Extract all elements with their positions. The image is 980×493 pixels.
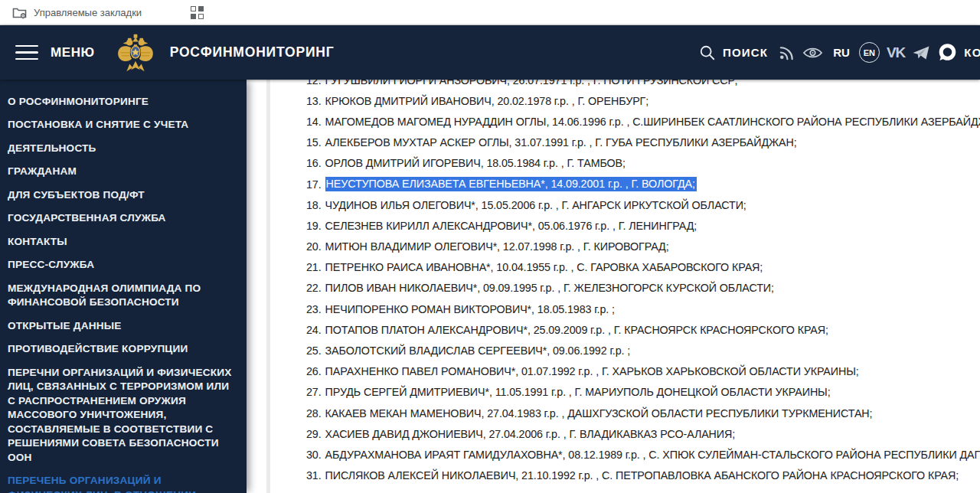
registry-row-number: 15. <box>306 136 322 149</box>
sidebar-item[interactable]: ПРЕСС-СЛУЖБА <box>8 253 236 276</box>
sidebar-item[interactable]: МЕЖДУНАРОДНАЯ ОЛИМПИАДА ПО ФИНАНСОВОЙ БЕ… <box>8 277 236 315</box>
registry-row-number: 30. <box>306 449 322 461</box>
registry-row: 13.КРЮКОВ ДМИТРИЙ ИВАНОВИЧ, 20.02.1978 г… <box>306 90 980 111</box>
registry-row-number: 13. <box>306 95 322 107</box>
registry-row-number: 29. <box>306 428 322 440</box>
registry-row: 21.ПЕТРЕНКО РАИСА ИВАНОВНА*, 10.04.1955 … <box>306 257 980 278</box>
registry-row-number: 20. <box>306 240 322 253</box>
lang-en[interactable]: EN <box>859 42 880 63</box>
registry-row: 18.ЧУДИНОВ ИЛЬЯ ОЛЕГОВИЧ*, 15.05.2006 г.… <box>306 194 980 215</box>
hamburger-menu-icon[interactable] <box>15 45 38 60</box>
registry-row: 28.КАКАЕВ МЕКАН МАМЕНОВИЧ, 27.04.1983 г.… <box>306 403 980 423</box>
sidebar-item-label: ПЕРЕЧНИ ОРГАНИЗАЦИЙ И ФИЗИЧЕСКИХ ЛИЦ, СВ… <box>8 367 232 463</box>
registry-row-number: 16. <box>306 157 322 169</box>
sidebar-item[interactable]: ДЛЯ СУБЪЕКТОВ ПОД/ФТ <box>8 184 236 207</box>
registry-row-number: 12. <box>306 80 322 87</box>
sidebar-item-label: ДЕЯТЕЛЬНОСТЬ <box>8 142 96 154</box>
scrollbar-gutter <box>247 80 276 493</box>
sidebar-item[interactable]: ОТКРЫТЫЕ ДАННЫЕ <box>8 315 236 338</box>
registry-row: 14.МАГОМЕДОВ МАГОМЕД НУРАДДИН ОГЛЫ, 14.0… <box>306 111 980 132</box>
sidebar-item[interactable]: ГОСУДАРСТВЕННАЯ СЛУЖБА <box>8 207 236 230</box>
menu-button[interactable]: МЕНЮ <box>51 45 95 60</box>
search-label[interactable]: ПОИСК <box>723 46 768 59</box>
registry-row-number: 28. <box>306 407 322 420</box>
registry-row-number: 24. <box>306 324 322 336</box>
registry-row-text: КАКАЕВ МЕКАН МАМЕНОВИЧ, 27.04.1983 г.р. … <box>325 407 873 420</box>
site-header: МЕНЮ РОСФИНМОНИТОРИНГ П <box>0 25 980 80</box>
sidebar-item[interactable]: ПРОТИВОДЕЙСТВИЕ КОРРУПЦИИ <box>8 338 236 361</box>
sidebar-item-label: ДЛЯ СУБЪЕКТОВ ПОД/ФТ <box>8 189 145 201</box>
brand-title[interactable]: РОСФИНМОНИТОРИНГ <box>170 44 335 60</box>
registry-row-text: ЧУДИНОВ ИЛЬЯ ОЛЕГОВИЧ*, 15.05.2006 г.р. … <box>325 199 746 211</box>
sidebar-item[interactable]: ПЕРЕЧНИ ОРГАНИЗАЦИЙ И ФИЗИЧЕСКИХ ЛИЦ, СВ… <box>8 361 236 469</box>
registry-row-number: 27. <box>306 386 322 398</box>
bookmarks-apps-icon[interactable] <box>191 6 204 19</box>
registry-row-text: ГУГУШВИЛИ ГИОРГИ АНЗОРОВИЧ, 26.07.1971 г… <box>325 80 738 87</box>
sidebar-item[interactable]: ГРАЖДАНАМ <box>8 160 236 183</box>
registry-row-text: ПРУДЬ СЕРГЕЙ ДМИТРИЕВИЧ*, 11.05.1991 г.р… <box>325 386 831 398</box>
registry-row-text: МИТЮН ВЛАДИМИР ОЛЕГОВИЧ*, 12.07.1998 г.р… <box>325 240 669 253</box>
registry-list-panel: 12.ГУГУШВИЛИ ГИОРГИ АНЗОРОВИЧ, 26.07.197… <box>276 80 980 493</box>
scrollbar-track[interactable] <box>266 80 270 493</box>
registry-row: 26.ПАРАХНЕНКО ПАВЕЛ РОМАНОВИЧ*, 01.07.19… <box>306 361 980 382</box>
registry-row-text: НЕЧИПОРЕНКО РОМАН ВИКТОРОВИЧ*, 18.05.198… <box>325 303 615 315</box>
dzen-bubble-icon[interactable] <box>937 43 957 63</box>
registry-row-number: 14. <box>306 116 322 128</box>
rosfinmonitoring-eagle-logo <box>113 30 158 76</box>
registry-row-text: ЗАБОЛОТСКИЙ ВЛАДИСЛАВ СЕРГЕЕВИЧ*, 09.06.… <box>325 344 631 357</box>
registry-row: 16.ОРЛОВ ДМИТРИЙ ИГОРЕВИЧ, 18.05.1984 г.… <box>306 153 980 174</box>
managed-bookmarks-label: Управляемые закладки <box>34 7 142 18</box>
registry-row-number: 21. <box>306 261 322 273</box>
sidebar-item-label: МЕЖДУНАРОДНАЯ ОЛИМПИАДА ПО ФИНАНСОВОЙ БЕ… <box>8 282 201 308</box>
registry-row: 22.ПИЛОВ ИВАН НИКОЛАЕВИЧ*, 09.09.1995 г.… <box>306 278 980 299</box>
registry-row: 23.НЕЧИПОРЕНКО РОМАН ВИКТОРОВИЧ*, 18.05.… <box>306 299 980 319</box>
sidebar-item-label: ПРОТИВОДЕЙСТВИЕ КОРРУПЦИИ <box>8 343 188 354</box>
registry-row-text: МАГОМЕДОВ МАГОМЕД НУРАДДИН ОГЛЫ, 14.06.1… <box>325 116 980 128</box>
sidebar-item-label: ПОСТАНОВКА И СНЯТИЕ С УЧЕТА <box>8 119 188 130</box>
sidebar-item-label: ОТКРЫТЫЕ ДАННЫЕ <box>8 320 122 331</box>
registry-row-text: АЛЕКБЕРОВ МУХТАР АСКЕР ОГЛЫ, 31.07.1991 … <box>325 136 797 149</box>
sidebar-item-label: КОНТАКТЫ <box>8 236 67 247</box>
registry-row: 12.ГУГУШВИЛИ ГИОРГИ АНЗОРОВИЧ, 26.07.197… <box>306 80 980 90</box>
registry-row-text: ПИЛОВ ИВАН НИКОЛАЕВИЧ*, 09.09.1995 г.р. … <box>325 282 774 294</box>
sidebar-item[interactable]: О РОСФИНМОНИТОРИНГЕ <box>8 90 236 113</box>
registry-row: 24.ПОТАПОВ ПЛАТОН АЛЕКСАНДРОВИЧ*, 25.09.… <box>306 319 980 340</box>
header-right-cluster: ПОИСК RU EN VK КОНТАКТЫ <box>699 25 980 80</box>
browser-bookmarks-bar: Управляемые закладки <box>0 0 980 25</box>
registry-row: 31.ПИСЛЯКОВ АЛЕКСЕЙ НИКОЛАЕВИЧ, 21.10.19… <box>306 465 980 486</box>
registry-row: 17.НЕУСТУПОВА ЕЛИЗАВЕТА ЕВГЕНЬЕВНА*, 14.… <box>306 174 980 194</box>
registry-row-text: АБДУРАХМАНОВА ИРАЯТ ГАМИДУЛАХОВНА*, 08.1… <box>325 449 980 461</box>
registry-row: 25.ЗАБОЛОТСКИЙ ВЛАДИСЛАВ СЕРГЕЕВИЧ*, 09.… <box>306 340 980 361</box>
sidebar-item-label: ПРЕСС-СЛУЖБА <box>8 259 94 270</box>
lang-ru[interactable]: RU <box>833 46 850 59</box>
sidebar-item-label: ГОСУДАРСТВЕННАЯ СЛУЖБА <box>8 212 166 224</box>
search-icon[interactable] <box>699 44 716 61</box>
telegram-icon[interactable] <box>912 44 930 61</box>
registry-row-number: 26. <box>306 365 322 377</box>
vk-icon[interactable]: VK <box>887 44 905 61</box>
registry-row-text: ХАСИЕВ ДАВИД ДЖОНИЕВИЧ, 27.04.2006 г.р. … <box>325 428 736 440</box>
managed-bookmarks-folder-icon <box>12 6 28 19</box>
accessibility-eye-icon[interactable] <box>802 45 823 60</box>
registry-row-text: НЕУСТУПОВА ЕЛИЗАВЕТА ЕВГЕНЬЕВНА*, 14.09.… <box>325 177 697 191</box>
registry-row-text: ПАРАХНЕНКО ПАВЕЛ РОМАНОВИЧ*, 01.07.1992 … <box>325 365 859 377</box>
registry-row-number: 25. <box>306 344 322 357</box>
sidebar-item-label: ГРАЖДАНАМ <box>8 165 77 177</box>
registry-row: 30.АБДУРАХМАНОВА ИРАЯТ ГАМИДУЛАХОВНА*, 0… <box>306 444 980 465</box>
registry-row: 20.МИТЮН ВЛАДИМИР ОЛЕГОВИЧ*, 12.07.1998 … <box>306 237 980 257</box>
sidebar-item[interactable]: КОНТАКТЫ <box>8 230 236 253</box>
registry-row: 29.ХАСИЕВ ДАВИД ДЖОНИЕВИЧ, 27.04.2006 г.… <box>306 423 980 444</box>
registry-row-number: 17. <box>306 178 322 191</box>
sidebar-item[interactable]: ПЕРЕЧЕНЬ ОРГАНИЗАЦИЙ И ФИЗИЧЕСКИХ ЛИЦ, В… <box>8 469 236 493</box>
contacts-link[interactable]: КОНТАКТЫ <box>964 46 980 59</box>
registry-row-number: 22. <box>306 282 322 294</box>
sidebar-item[interactable]: ДЕЯТЕЛЬНОСТЬ <box>8 137 236 160</box>
managed-bookmarks-item[interactable]: Управляемые закладки <box>8 4 146 21</box>
rss-icon[interactable] <box>778 44 795 61</box>
sidebar-item[interactable]: ПОСТАНОВКА И СНЯТИЕ С УЧЕТА <box>8 113 236 136</box>
registry-row: 19.СЕЛЕЗНЕВ КИРИЛЛ АЛЕКСАНДРОВИЧ*, 05.06… <box>306 215 980 236</box>
registry-row-number: 19. <box>306 220 322 232</box>
sidebar-item-label: О РОСФИНМОНИТОРИНГЕ <box>8 96 149 107</box>
registry-row-text: ПЕТРЕНКО РАИСА ИВАНОВНА*, 10.04.1955 г.р… <box>325 261 763 273</box>
registry-row-text: КРЮКОВ ДМИТРИЙ ИВАНОВИЧ, 20.02.1978 г.р.… <box>325 95 649 107</box>
